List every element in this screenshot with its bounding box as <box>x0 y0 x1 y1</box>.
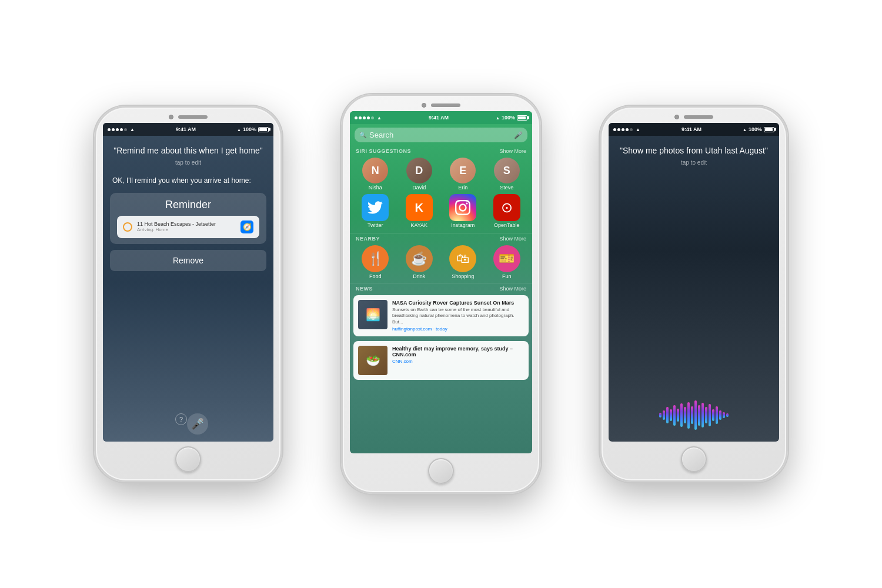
siri-right-screen: ▲ 9:41 AM ▲ 100% "Show me photos from Ut… <box>609 123 779 442</box>
reminder-item[interactable]: 11 Hot Beach Escapes - Jetsetter Arrivin… <box>117 216 259 238</box>
home-button-right[interactable] <box>681 446 707 472</box>
arrow-center: ▲ <box>496 116 500 120</box>
rdot2 <box>617 128 620 131</box>
news-item-2[interactable]: 🥗 Healthy diet may improve memory, says … <box>353 341 529 380</box>
news-title-1: NASA Curiosity Rover Captures Sunset On … <box>392 300 524 306</box>
contact-steve[interactable]: S Steve <box>494 158 520 191</box>
battery-fill-left <box>259 128 267 131</box>
siri-waveform <box>609 391 779 442</box>
wave-16 <box>712 409 714 421</box>
home-button-center[interactable] <box>428 458 454 484</box>
wave-19 <box>723 412 725 418</box>
status-right-left: ▲ 100% <box>237 126 269 132</box>
nearby-drink[interactable]: ☕ Drink <box>406 245 433 279</box>
wave-9 <box>687 402 690 429</box>
contact-name-erin: Erin <box>458 185 467 191</box>
cdot2 <box>359 116 362 119</box>
reminder-checkbox[interactable] <box>123 222 132 232</box>
time-center: 9:41 AM <box>429 115 449 121</box>
status-bar-center: ▲ 9:41 AM ▲ 100% <box>350 111 532 124</box>
status-bar-right: ▲ 9:41 AM ▲ 100% <box>609 123 779 136</box>
search-bar[interactable]: 🔍 Search 🎤 <box>355 128 527 142</box>
cdot1 <box>355 116 358 119</box>
nearby-fun[interactable]: 🎫 Fun <box>493 245 520 279</box>
reminder-text: 11 Hot Beach Escapes - Jetsetter <box>137 221 216 227</box>
siri-response-left: OK, I'll remind you when you arrive at h… <box>103 171 273 191</box>
rdot5 <box>630 128 633 131</box>
app-name-twitter: Twitter <box>368 222 383 228</box>
app-instagram[interactable]: Instagram <box>449 194 476 228</box>
help-button[interactable]: ? <box>175 413 187 425</box>
nearby-label: NEARBY <box>356 236 380 242</box>
phone-screen-center: ▲ 9:41 AM ▲ 100% 🔍 Search 🎤 <box>350 111 532 453</box>
mic-icon-search[interactable]: 🎤 <box>514 131 523 139</box>
reminder-content: 11 Hot Beach Escapes - Jetsetter Arrivin… <box>137 221 216 232</box>
contact-nisha[interactable]: N Nisha <box>362 158 388 191</box>
reminder-title: Reminder <box>117 199 259 211</box>
dot1 <box>108 128 111 131</box>
wave-12 <box>698 405 700 426</box>
tap-to-edit-right[interactable]: tap to edit <box>609 159 779 166</box>
nearby-shopping[interactable]: 🛍 Shopping <box>449 245 476 279</box>
phone-top-bar-center <box>343 96 539 111</box>
wave-18 <box>719 410 721 420</box>
instagram-icon <box>449 194 476 221</box>
news-item-1[interactable]: 🌅 NASA Curiosity Rover Captures Sunset O… <box>353 295 529 336</box>
drink-icon: ☕ <box>406 245 433 272</box>
phone-bottom-left <box>96 442 280 480</box>
wave-20 <box>726 413 729 417</box>
wave-14 <box>705 407 707 423</box>
phone-left: ▲ 9:41 AM ▲ 100% "Remind me about this w… <box>94 106 282 482</box>
contact-david[interactable]: D David <box>406 158 432 191</box>
microphone-icon-left[interactable]: 🎤 <box>187 413 208 435</box>
app-twitter[interactable]: Twitter <box>362 194 389 228</box>
battery-icon-center <box>517 115 527 121</box>
siri-dark-screen: ▲ 9:41 AM ▲ 100% "Remind me about this w… <box>103 123 273 442</box>
speaker-left <box>178 115 208 119</box>
siri-quote-left: "Remind me about this when I get home" <box>103 136 273 159</box>
safari-icon[interactable]: 🧭 <box>240 220 253 233</box>
dot3 <box>116 128 119 131</box>
remove-button[interactable]: Remove <box>110 250 266 271</box>
rdot1 <box>613 128 616 131</box>
show-more-3[interactable]: Show More <box>499 286 526 292</box>
phone-bottom-right <box>602 442 786 480</box>
news-thumb-1: 🌅 <box>358 300 387 329</box>
nearby-food[interactable]: 🍴 Food <box>362 245 389 279</box>
wave-2 <box>663 410 665 420</box>
siri-quote-right: "Show me photos from Utah last August" <box>609 136 779 159</box>
app-kayak[interactable]: K KAYAK <box>406 194 433 228</box>
fun-icon: 🎫 <box>493 245 520 272</box>
news-thumb-2: 🥗 <box>358 346 387 375</box>
nearby-name-shopping: Shopping <box>452 273 474 279</box>
news-header: NEWS Show More <box>350 283 532 293</box>
status-right-center: ▲ 100% <box>496 115 527 121</box>
front-camera-center <box>422 103 426 108</box>
battery-pct-center: 100% <box>502 115 515 121</box>
show-more-2[interactable]: Show More <box>499 236 526 242</box>
tap-to-edit-left[interactable]: tap to edit <box>103 159 273 166</box>
wave-10 <box>691 406 693 424</box>
wave-13 <box>701 403 704 427</box>
dot2 <box>112 128 115 131</box>
home-button-left[interactable] <box>175 446 201 472</box>
news-label: NEWS <box>356 286 373 292</box>
app-opentable[interactable]: ⊙ OpenTable <box>493 194 520 228</box>
apps-row: Twitter K KAYAK Instagram <box>350 194 532 233</box>
siri-suggestions-label: SIRI SUGGESTIONS <box>356 148 411 154</box>
show-more-1[interactable]: Show More <box>499 148 526 154</box>
contact-name-david: David <box>412 185 426 191</box>
avatar-nisha: N <box>362 158 388 183</box>
battery-icon-right <box>764 127 774 132</box>
food-icon: 🍴 <box>362 245 389 272</box>
cdot3 <box>363 116 366 119</box>
dot4 <box>120 128 123 131</box>
search-icon: 🔍 <box>359 132 366 138</box>
battery-pct-left: 100% <box>243 126 256 132</box>
contact-erin[interactable]: E Erin <box>450 158 476 191</box>
siri-dark-content: ▲ 9:41 AM ▲ 100% "Remind me about this w… <box>103 123 273 442</box>
news-summary-1: Sunsets on Earth can be some of the most… <box>392 307 524 325</box>
signal-dots-right: ▲ <box>613 127 640 132</box>
siri-suggestions-header: SIRI SUGGESTIONS Show More <box>350 146 532 155</box>
speaker-center <box>431 103 460 107</box>
